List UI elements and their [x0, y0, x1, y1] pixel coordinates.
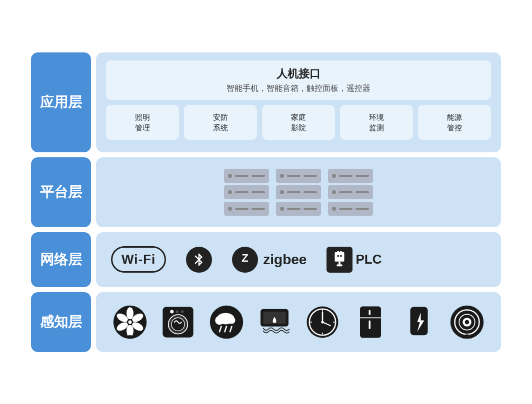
application-label-text: 应用层	[40, 93, 82, 112]
hmi-box: 人机接口 智能手机，智能音箱，触控面板，遥控器	[106, 60, 491, 100]
server-rack-3b	[328, 185, 373, 199]
server-rack-1a	[224, 169, 269, 183]
svg-point-52	[465, 320, 470, 324]
app-energy: 能源管控	[418, 105, 491, 140]
perception-layer-row: 感知层	[31, 292, 501, 352]
plc-group: PLC	[326, 247, 382, 273]
fan-icon	[110, 302, 150, 342]
svg-text:Z: Z	[242, 252, 248, 264]
perception-label-text: 感知层	[40, 313, 82, 332]
server-rack-1c	[224, 202, 269, 216]
svg-rect-46	[369, 320, 371, 329]
zigbee-text: zigbee	[263, 252, 306, 268]
washer-icon	[158, 302, 198, 342]
svg-point-13	[126, 325, 134, 337]
application-layer-label: 应用层	[31, 52, 91, 152]
svg-rect-1	[335, 252, 344, 261]
platform-label-text: 平台层	[40, 183, 82, 202]
network-layer-row: 网络层 Wi-Fi Z zigbee	[31, 232, 501, 287]
app-security: 安防系统	[184, 105, 257, 140]
app-lighting: 照明管理	[106, 105, 179, 140]
network-layer-label: 网络层	[31, 232, 91, 287]
perception-layer-content	[96, 292, 501, 352]
svg-point-17	[128, 320, 132, 324]
svg-rect-2	[338, 251, 340, 254]
svg-rect-18	[128, 335, 132, 339]
app-icons-row: 照明管理 安防系统 家庭影院 环境监测 能源管控	[106, 105, 491, 140]
svg-point-10	[126, 307, 134, 320]
svg-point-24	[182, 310, 184, 313]
camera-icon	[447, 302, 487, 342]
water-heater-icon	[399, 302, 439, 342]
server-unit-2	[276, 169, 321, 216]
network-label-text: 网络层	[40, 250, 82, 269]
application-layer-content: 人机接口 智能手机，智能音箱，触控面板，遥控器 照明管理 安防系统 家庭影院 环…	[96, 52, 501, 152]
hmi-subtitle: 智能手机，智能音箱，触控面板，遥控器	[116, 83, 481, 94]
server-rack-3a	[328, 169, 373, 183]
svg-rect-45	[369, 310, 371, 315]
server-rack-1b	[224, 185, 269, 199]
svg-point-28	[228, 317, 235, 324]
server-unit-1	[224, 169, 269, 216]
svg-point-27	[215, 316, 224, 325]
svg-rect-7	[337, 264, 342, 266]
server-racks	[224, 169, 373, 216]
app-theater: 家庭影院	[262, 105, 335, 140]
hmi-title: 人机接口	[116, 66, 481, 81]
platform-layer-content	[96, 157, 501, 227]
clock-icon	[302, 302, 342, 342]
plc-icon	[326, 247, 352, 273]
platform-layer-row: 平台层	[31, 157, 501, 227]
svg-point-21	[172, 318, 184, 331]
svg-point-5	[340, 255, 342, 257]
wifi-logo: Wi-Fi	[111, 246, 166, 273]
svg-rect-54	[462, 336, 472, 338]
fridge-icon	[350, 302, 390, 342]
svg-point-38	[322, 321, 324, 323]
platform-layer-label: 平台层	[31, 157, 91, 227]
network-layer-content: Wi-Fi Z zigbee	[96, 232, 501, 287]
weather-sensor-icon	[206, 302, 246, 342]
svg-point-4	[338, 255, 340, 257]
ac-unit-icon	[254, 302, 294, 342]
architecture-diagram: 应用层 人机接口 智能手机，智能音箱，触控面板，遥控器 照明管理 安防系统 家庭…	[31, 52, 501, 352]
server-rack-2c	[276, 202, 321, 216]
perception-layer-label: 感知层	[31, 292, 91, 352]
app-environment: 环境监测	[340, 105, 413, 140]
plc-text: PLC	[356, 252, 382, 267]
server-rack-3c	[328, 202, 373, 216]
svg-rect-3	[340, 251, 342, 254]
svg-point-22	[170, 310, 174, 313]
zigbee-logo-icon: Z	[232, 247, 258, 273]
bluetooth-icon	[186, 247, 212, 273]
server-unit-3	[328, 169, 373, 216]
server-rack-2a	[276, 169, 321, 183]
svg-point-23	[176, 310, 178, 313]
zigbee-group: Z zigbee	[232, 247, 306, 273]
application-layer-row: 应用层 人机接口 智能手机，智能音箱，触控面板，遥控器 照明管理 安防系统 家庭…	[31, 52, 501, 152]
server-rack-2b	[276, 185, 321, 199]
